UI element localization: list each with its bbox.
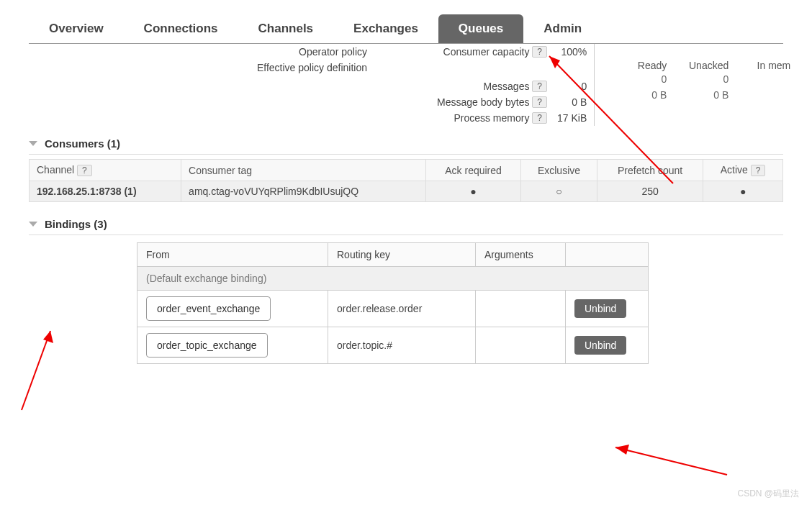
routing-key: order.topic.# [328,327,476,364]
messages-unacked: 0 [667,71,728,87]
help-icon[interactable]: ? [751,165,766,176]
help-icon[interactable]: ? [532,81,547,92]
consumers-title: Consumers (1) [45,137,120,150]
bindings-title: Bindings (3) [45,218,107,230]
col-args: Arguments [476,243,566,267]
process-memory-label: Process memory [454,112,529,124]
consumer-tag: amq.ctag-voVUYqRPlim9KdbIUsujQQ [181,181,426,202]
binding-args [476,291,566,327]
binding-args [476,327,566,364]
unbind-button[interactable]: Unbind [574,299,626,318]
col-inmem: In mem [728,60,790,71]
routing-key: order.release.order [328,291,476,327]
table-row: (Default exchange binding) [137,267,649,291]
tab-admin[interactable]: Admin [523,14,602,43]
svg-line-4 [615,447,727,475]
table-row: order_event_exchange order.release.order… [137,291,649,327]
consumer-capacity-label: Consumer capacity [443,46,530,58]
consumer-active: ● [703,181,783,202]
bodybytes-inmem [728,87,790,103]
consumer-prefetch: 250 [597,181,703,202]
tab-channels[interactable]: Channels [238,14,334,43]
col-active: Active [721,164,748,176]
messages-label: Messages [484,81,530,92]
table-row: order_topic_exchange order.topic.# Unbin… [137,327,649,364]
col-ready: Ready [605,60,667,71]
help-icon[interactable]: ? [77,165,92,176]
consumer-capacity-value: 100% [554,44,590,60]
default-exchange-binding: (Default exchange binding) [137,267,649,291]
tab-connections[interactable]: Connections [124,14,238,43]
tab-queues[interactable]: Queues [438,14,523,43]
watermark: CSDN @码里法 [737,488,799,500]
help-icon[interactable]: ? [532,96,547,108]
effective-policy-label: Effective policy definition [257,62,367,73]
help-icon[interactable]: ? [532,46,547,58]
bodybytes-unacked: 0 B [667,87,728,103]
nav-tabs: Overview Connections Channels Exchanges … [29,14,783,44]
col-routing: Routing key [328,243,476,267]
messages-total: 0 [554,78,590,94]
chevron-down-icon [29,141,37,146]
tab-exchanges[interactable]: Exchanges [333,14,438,43]
consumers-toggle[interactable]: Consumers (1) [29,133,783,155]
tab-overview[interactable]: Overview [29,14,124,43]
col-consumer-tag: Consumer tag [181,160,426,181]
exchange-link[interactable]: order_topic_exchange [146,333,268,358]
consumers-table: Channel ? Consumer tag Ack required Excl… [29,159,783,202]
bindings-table: From Routing key Arguments (Default exch… [137,242,649,364]
bindings-toggle[interactable]: Bindings (3) [29,214,783,235]
col-exclusive: Exclusive [520,160,597,181]
help-icon[interactable]: ? [532,112,547,124]
consumer-ack: ● [426,181,521,202]
col-unacked: Unacked [667,60,728,71]
messages-inmem [728,71,790,87]
col-prefetch: Prefetch count [597,160,703,181]
unbind-button[interactable]: Unbind [574,336,626,355]
chevron-down-icon [29,222,37,227]
table-row: 192.168.25.1:8738 (1) amq.ctag-voVUYqRPl… [30,181,783,202]
message-body-bytes-label: Message body bytes [437,96,529,108]
col-channel: Channel [37,164,74,176]
consumer-exclusive: ○ [520,181,597,202]
col-from: From [137,243,328,267]
bodybytes-total: 0 B [554,94,590,110]
process-memory-value: 17 KiB [554,110,590,126]
exchange-link[interactable]: order_event_exchange [146,296,271,321]
bodybytes-ready: 0 B [605,87,667,103]
consumer-channel[interactable]: 192.168.25.1:8738 (1) [30,181,181,202]
svg-marker-5 [615,445,629,455]
operator-policy-label: Operator policy [299,46,367,58]
col-ack: Ack required [426,160,521,181]
messages-ready: 0 [605,71,667,87]
